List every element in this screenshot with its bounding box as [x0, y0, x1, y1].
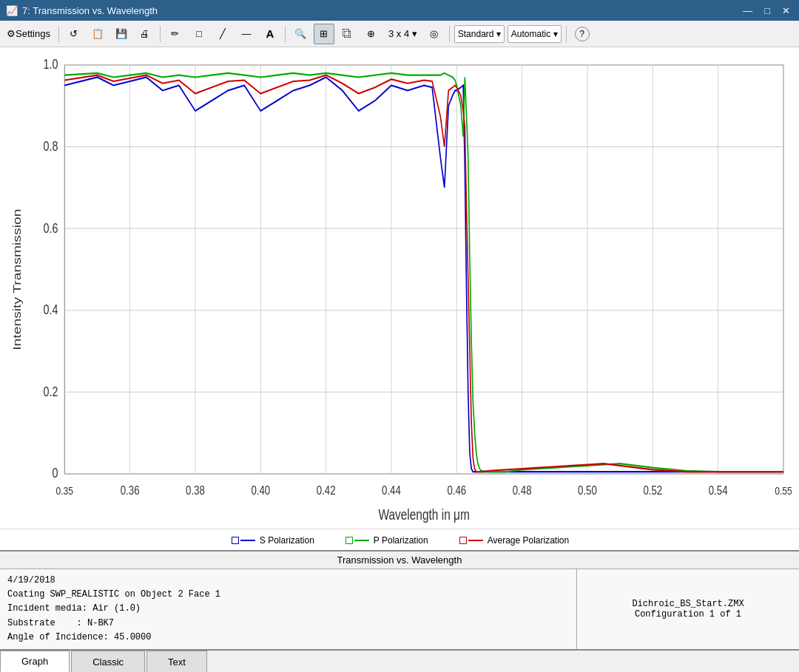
print-button[interactable]: 🖨 — [135, 24, 155, 44]
zoom-button[interactable]: 🔍 — [290, 24, 311, 44]
legend-line-avg — [468, 540, 483, 541]
legend-item-avg-polarization: Average Polarization — [458, 535, 570, 546]
info-angle: Angle of Incidence: 45.0000 — [7, 631, 569, 645]
graph-tab[interactable]: Graph — [0, 651, 70, 672]
standard-dropdown[interactable]: Standard ▾ — [454, 25, 505, 43]
copy-text-button[interactable]: 📋 — [87, 24, 108, 44]
legend: S Polarization P Polarization Average Po… — [0, 529, 799, 550]
info-body: 4/19/2018 Coating SWP_REALISTIC on Objec… — [0, 569, 799, 649]
grid-icon: ⊞ — [320, 28, 328, 39]
dash-icon: — — [241, 28, 251, 39]
close-button[interactable]: ✕ — [779, 5, 793, 16]
svg-text:0.52: 0.52 — [643, 483, 662, 497]
toolbar-separator-4 — [449, 26, 450, 42]
refresh-button[interactable]: ↺ — [64, 24, 84, 44]
svg-text:0.2: 0.2 — [44, 384, 58, 398]
copy-graph-button[interactable]: ⿻ — [337, 24, 358, 44]
text-icon: A — [266, 27, 274, 40]
main-content: 1.0 0.8 0.6 0.4 0.2 0 Intensity Transmis… — [0, 47, 799, 672]
maximize-button[interactable]: □ — [761, 5, 773, 16]
window-icon: 📈 — [6, 5, 18, 16]
pencil-button[interactable]: ✏ — [165, 24, 186, 44]
settings-button[interactable]: ⚙ Settings — [3, 24, 54, 44]
standard-label: Standard ▾ — [458, 29, 501, 39]
line-icon: ╱ — [220, 28, 226, 39]
classic-tab[interactable]: Classic — [71, 651, 145, 672]
layers-icon: ⊕ — [367, 28, 375, 39]
layers-button[interactable]: ⊕ — [361, 24, 382, 44]
grid-size-button[interactable]: 3 x 4 ▾ — [385, 24, 421, 44]
svg-text:Intensity Transmission: Intensity Transmission — [10, 209, 24, 350]
rectangle-button[interactable]: □ — [189, 24, 209, 44]
text-tab[interactable]: Text — [146, 651, 207, 672]
copy-graph-icon: ⿻ — [343, 28, 352, 39]
svg-text:0.46: 0.46 — [447, 483, 466, 497]
legend-square-p — [345, 537, 353, 544]
legend-item-p-polarization: P Polarization — [344, 535, 428, 546]
svg-text:1.0: 1.0 — [44, 57, 58, 72]
text-button[interactable]: A — [260, 24, 280, 44]
rectangle-icon: □ — [196, 28, 202, 39]
help-icon: ? — [575, 27, 590, 41]
pencil-icon: ✏ — [171, 28, 179, 39]
toolbar: ⚙ Settings ↺ 📋 💾 🖨 ✏ □ ╱ — A 🔍 ⊞ ⿻ ⊕ 3 x… — [0, 21, 799, 47]
bottom-tabs: Graph Classic Text — [0, 649, 799, 672]
svg-text:0.55: 0.55 — [775, 484, 792, 497]
chart-svg: 1.0 0.8 0.6 0.4 0.2 0 Intensity Transmis… — [7, 55, 792, 525]
toolbar-separator-3 — [285, 26, 286, 42]
save-icon: 💾 — [115, 28, 127, 39]
save-button[interactable]: 💾 — [111, 24, 132, 44]
info-date: 4/19/2018 — [7, 574, 569, 588]
target-icon: ◎ — [430, 28, 438, 39]
legend-label-avg: Average Polarization — [488, 535, 570, 546]
zoom-icon: 🔍 — [294, 28, 306, 39]
chart-container: 1.0 0.8 0.6 0.4 0.2 0 Intensity Transmis… — [0, 47, 799, 529]
automatic-label: Automatic ▾ — [511, 29, 558, 39]
copy-text-icon: 📋 — [92, 28, 104, 39]
dash-button[interactable]: — — [236, 24, 257, 44]
info-incident: Incident media: Air (1.0) — [7, 602, 569, 616]
svg-text:0.54: 0.54 — [709, 483, 728, 497]
svg-text:0.44: 0.44 — [382, 483, 401, 497]
title-bar-title: 📈 7: Transmission vs. Wavelength — [6, 5, 158, 16]
svg-text:0.42: 0.42 — [317, 483, 336, 497]
svg-text:0.48: 0.48 — [513, 483, 532, 497]
title-bar-controls[interactable]: — □ ✕ — [740, 5, 793, 16]
toolbar-separator-5 — [566, 26, 567, 42]
info-section: Transmission vs. Wavelength 4/19/2018 Co… — [0, 550, 799, 649]
legend-square-s — [232, 537, 239, 544]
legend-label-s: S Polarization — [260, 535, 314, 546]
svg-text:0.8: 0.8 — [44, 138, 58, 153]
minimize-button[interactable]: — — [740, 5, 755, 16]
grid-view-button[interactable]: ⊞ — [314, 24, 334, 44]
print-icon: 🖨 — [140, 28, 149, 39]
svg-text:0.36: 0.36 — [121, 483, 140, 497]
help-button[interactable]: ? — [571, 24, 593, 44]
info-filename: Dichroic_BS_Start.ZMXConfiguration 1 of … — [632, 599, 744, 620]
legend-label-p: P Polarization — [374, 535, 428, 546]
info-substrate: Substrate : N-BK7 — [7, 617, 569, 631]
svg-text:0.6: 0.6 — [44, 220, 58, 235]
info-right: Dichroic_BS_Start.ZMXConfiguration 1 of … — [577, 569, 799, 649]
info-title: Transmission vs. Wavelength — [0, 551, 799, 569]
automatic-dropdown[interactable]: Automatic ▾ — [508, 25, 562, 43]
info-left: 4/19/2018 Coating SWP_REALISTIC on Objec… — [0, 569, 577, 649]
legend-line-s — [240, 540, 255, 541]
toolbar-separator-1 — [58, 26, 59, 42]
title-bar: 📈 7: Transmission vs. Wavelength — □ ✕ — [0, 0, 799, 21]
svg-rect-0 — [64, 65, 783, 474]
svg-text:Wavelength in μm: Wavelength in μm — [378, 506, 469, 523]
refresh-icon: ↺ — [70, 28, 78, 39]
legend-item-s-polarization: S Polarization — [230, 535, 314, 546]
target-button[interactable]: ◎ — [424, 24, 445, 44]
toolbar-separator-2 — [160, 26, 161, 42]
line-button[interactable]: ╱ — [212, 24, 233, 44]
settings-icon: ⚙ — [7, 28, 16, 39]
info-coating: Coating SWP_REALISTIC on Object 2 Face 1 — [7, 588, 569, 602]
grid-size-label: 3 x 4 ▾ — [388, 28, 417, 39]
legend-line-p — [354, 540, 369, 541]
svg-text:0.50: 0.50 — [578, 483, 597, 497]
chart-svg-area: 1.0 0.8 0.6 0.4 0.2 0 Intensity Transmis… — [7, 55, 792, 525]
svg-text:0.40: 0.40 — [251, 483, 270, 497]
svg-text:0.4: 0.4 — [44, 302, 58, 317]
